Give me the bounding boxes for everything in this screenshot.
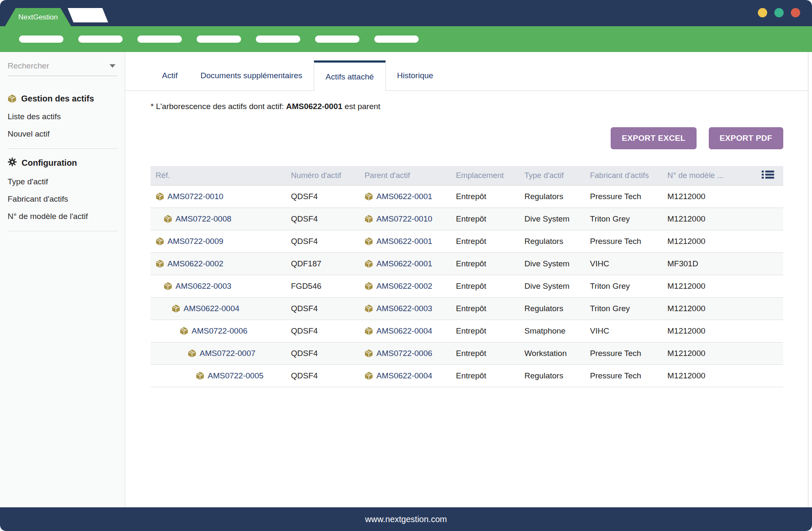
col-modele[interactable]: N° de modèle ... (662, 166, 753, 185)
tab-actif[interactable]: Actif (151, 60, 189, 90)
emplacement-cell: Entrepôt (451, 364, 519, 387)
col-type[interactable]: Type d'actif (519, 166, 585, 185)
sidebar-item-fabricant-dactifs[interactable]: Fabricant d'actifs (8, 194, 117, 204)
brand-tab[interactable]: NextGestion (5, 8, 71, 26)
fabricant-cell: Pressure Tech (585, 230, 662, 252)
row-icon-cell (753, 275, 783, 297)
asset-ref-link[interactable]: AMS0622-0003 (176, 282, 231, 291)
parent-ref-link[interactable]: AMS0622-0002 (376, 282, 432, 291)
asset-ref-link[interactable]: AMS0722-0006 (192, 326, 247, 336)
row-icon-cell (753, 230, 783, 252)
numero-cell: QDSF4 (286, 185, 359, 208)
box-icon (164, 282, 172, 290)
footer-url: www.nextgestion.com (365, 515, 447, 524)
parent-ref-link[interactable]: AMS0622-0001 (376, 259, 432, 268)
box-icon (180, 327, 188, 335)
export-pdf-button[interactable]: EXPORT PDF (709, 127, 783, 149)
emplacement-cell: Entrepôt (451, 185, 519, 208)
numero-cell: QDSF4 (286, 208, 359, 230)
col-fabricant[interactable]: Fabricant d'actifs (585, 166, 662, 185)
modele-cell: M1212000 (662, 208, 753, 230)
fabricant-cell: Triton Grey (585, 208, 662, 230)
col-ref[interactable]: Réf. (151, 166, 286, 185)
column-settings-button[interactable] (753, 166, 783, 185)
asset-ref-link[interactable]: AMS0622-0004 (184, 304, 239, 313)
sidebar-item-nouvel-actif[interactable]: Nouvel actif (8, 129, 117, 139)
parent-ref-link[interactable]: AMS0622-0004 (376, 326, 432, 336)
nav-pill[interactable] (137, 36, 182, 43)
parent-ref-link[interactable]: AMS0622-0003 (376, 304, 432, 313)
asset-ref-link[interactable]: AMS0722-0009 (167, 237, 223, 246)
nav-pill[interactable] (197, 36, 241, 43)
table-row: AMS0722-0006QDSF4AMS0622-0004EntrepôtSma… (151, 320, 783, 342)
maximize-button[interactable] (774, 8, 784, 17)
col-numero[interactable]: Numéro d'actif (286, 166, 359, 185)
parent-ref-link[interactable]: AMS0722-0010 (376, 214, 432, 224)
row-icon-cell (753, 342, 783, 364)
type-cell: Smatphone (519, 320, 585, 342)
table-row: AMS0622-0003FGD546AMS0622-0002EntrepôtDi… (151, 275, 783, 297)
search-select[interactable]: Rechercher (8, 58, 117, 76)
box-icon (156, 260, 164, 268)
parent-ref-link[interactable]: AMS0722-0006 (376, 349, 432, 358)
nav-pill[interactable] (78, 36, 123, 43)
sidebar-divider (8, 148, 117, 149)
tab-historique[interactable]: Historique (386, 60, 445, 90)
sidebar-item-n-de-modele[interactable]: N° de modèle de l'actif (8, 211, 117, 222)
search-placeholder: Rechercher (8, 61, 49, 71)
box-icon (365, 327, 373, 335)
box-icon (8, 94, 16, 103)
box-icon (188, 349, 196, 358)
box-icon (365, 372, 373, 380)
window-controls (758, 8, 800, 17)
emplacement-cell: Entrepôt (451, 230, 519, 252)
tab-actifs-attache[interactable]: Actifs attaché (314, 60, 386, 91)
modele-cell: M1212000 (662, 320, 753, 342)
section-configuration-title: Configuration (8, 157, 117, 168)
box-icon (365, 237, 373, 246)
emplacement-cell: Entrepôt (451, 297, 519, 320)
parent-ref-link[interactable]: AMS0622-0001 (376, 192, 432, 201)
export-excel-button[interactable]: EXPORT EXCEL (611, 127, 696, 149)
emplacement-cell: Entrepôt (451, 252, 519, 275)
parent-ref-link[interactable]: AMS0622-0004 (376, 371, 432, 380)
col-parent[interactable]: Parent d'actif (359, 166, 451, 185)
asset-ref-link[interactable]: AMS0722-0007 (200, 349, 255, 358)
nav-pill[interactable] (374, 36, 419, 43)
asset-ref-link[interactable]: AMS0722-0005 (208, 371, 263, 380)
close-button[interactable] (791, 8, 800, 17)
table-row: AMS0722-0009QDSF4AMS0622-0001EntrepôtReg… (151, 230, 783, 252)
title-bar: NextGestion (0, 0, 812, 26)
minimize-button[interactable] (758, 8, 767, 17)
box-icon (156, 237, 164, 246)
nav-pill[interactable] (256, 36, 300, 43)
asset-ref-link[interactable]: AMS0622-0002 (167, 259, 223, 268)
modele-cell: M1212000 (662, 342, 753, 364)
nav-pill[interactable] (315, 36, 359, 43)
fabricant-cell: VIHC (585, 320, 662, 342)
numero-cell: FGD546 (286, 275, 359, 297)
nav-pill[interactable] (19, 36, 63, 43)
type-cell: Dive System (519, 275, 585, 297)
parent-ref-link[interactable]: AMS0622-0001 (376, 237, 432, 246)
numero-cell: QDSF4 (286, 297, 359, 320)
main-navbar (0, 26, 812, 52)
tab-documents-supplementaires[interactable]: Documents supplémentaires (189, 60, 314, 90)
fabricant-cell: Pressure Tech (585, 185, 662, 208)
row-icon-cell (753, 320, 783, 342)
asset-ref-link[interactable]: AMS0722-0008 (176, 214, 231, 224)
col-emplacement[interactable]: Emplacement (451, 166, 519, 185)
sidebar-item-type-dactif[interactable]: Type d'actif (8, 177, 117, 187)
table-row: AMS0622-0004QDSF4AMS0622-0003EntrepôtReg… (151, 297, 783, 320)
modele-cell: M1212000 (662, 364, 753, 387)
box-icon (365, 282, 373, 290)
caret-down-icon (110, 64, 115, 68)
sidebar-item-liste-des-actifs[interactable]: Liste des actifs (8, 112, 117, 122)
assets-table-wrap: Réf. Numéro d'actif Parent d'actif Empla… (151, 166, 783, 387)
box-icon (196, 372, 204, 380)
asset-ref-link[interactable]: AMS0722-0010 (167, 192, 223, 201)
emplacement-cell: Entrepôt (451, 208, 519, 230)
type-cell: Regulators (519, 185, 585, 208)
blank-tab[interactable] (68, 8, 108, 22)
box-icon (365, 304, 373, 313)
